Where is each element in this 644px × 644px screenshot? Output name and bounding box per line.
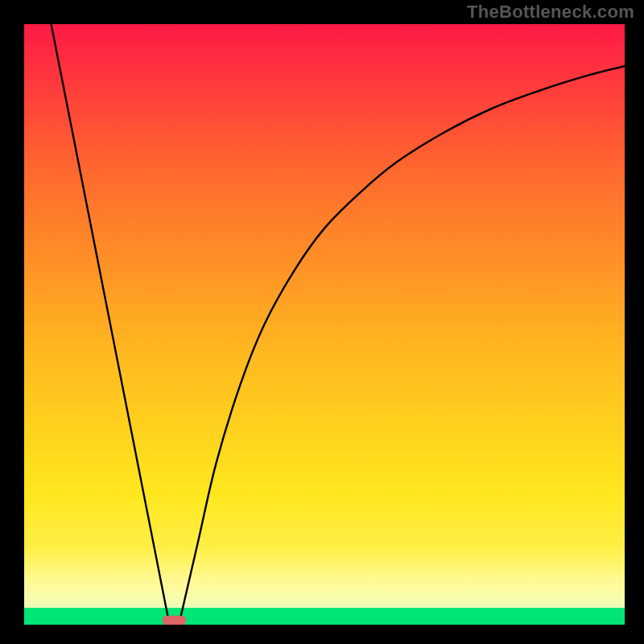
plot-area: [24, 24, 625, 625]
chart-svg: [24, 24, 625, 625]
watermark-text: TheBottleneck.com: [467, 2, 634, 23]
chart-outer: TheBottleneck.com: [0, 0, 644, 644]
minimum-marker: [163, 616, 187, 625]
chart-pale-band: [24, 547, 625, 608]
chart-green-band: [24, 608, 625, 625]
chart-background-gradient: [24, 24, 625, 625]
